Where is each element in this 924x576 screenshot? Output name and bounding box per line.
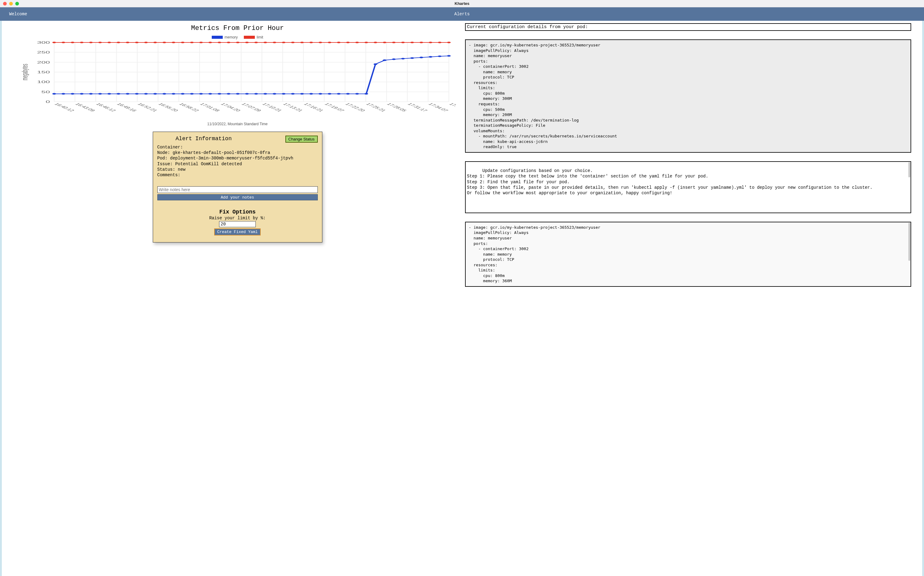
svg-point-123 xyxy=(272,42,276,43)
svg-point-65 xyxy=(144,93,148,95)
alert-issue-label: Issue: xyxy=(157,162,173,166)
change-status-button[interactable]: Change Status xyxy=(285,136,318,142)
window-close-icon[interactable] xyxy=(3,2,7,5)
svg-point-80 xyxy=(282,93,285,95)
svg-text:200: 200 xyxy=(37,61,50,64)
svg-point-95 xyxy=(420,57,423,58)
svg-point-109 xyxy=(144,42,148,43)
window-zoom-icon[interactable] xyxy=(15,2,19,5)
svg-point-72 xyxy=(208,93,212,95)
raise-limit-input[interactable] xyxy=(219,221,256,227)
svg-point-94 xyxy=(410,57,414,59)
svg-text:17:01:08: 17:01:08 xyxy=(199,102,221,112)
svg-point-89 xyxy=(365,93,368,95)
svg-point-85 xyxy=(328,93,331,95)
svg-text:250: 250 xyxy=(37,50,50,54)
alert-pod-value: deployment-3min-300mb-memoryuser-f5fcd55… xyxy=(170,156,293,161)
svg-point-138 xyxy=(410,42,414,43)
svg-point-129 xyxy=(328,42,331,43)
svg-point-76 xyxy=(245,93,249,95)
svg-point-70 xyxy=(190,93,194,95)
notes-input[interactable] xyxy=(157,186,318,193)
svg-point-137 xyxy=(401,42,405,43)
svg-point-60 xyxy=(98,93,102,95)
svg-point-140 xyxy=(429,42,432,43)
instructions-box[interactable]: Update configurations based on your choi… xyxy=(465,161,911,213)
chart-title: Metrics From Prior Hour xyxy=(19,24,456,32)
svg-point-74 xyxy=(227,93,231,95)
alert-issue-value: Potential OomKill detected xyxy=(175,162,242,166)
svg-point-126 xyxy=(300,42,304,43)
svg-point-91 xyxy=(383,59,386,61)
svg-point-97 xyxy=(438,56,442,57)
alert-pod-label: Pod: xyxy=(157,156,168,161)
svg-point-79 xyxy=(272,93,276,95)
fix-options-label: Raise your limit by %: xyxy=(157,216,318,221)
svg-point-86 xyxy=(337,93,341,95)
alert-node-label: Node: xyxy=(157,150,170,155)
svg-point-87 xyxy=(346,93,350,95)
svg-text:50: 50 xyxy=(41,90,50,94)
svg-text:16:55:20: 16:55:20 xyxy=(157,102,180,112)
nav-link-welcome[interactable]: Welcome xyxy=(9,11,27,16)
svg-point-112 xyxy=(172,42,175,43)
create-fixed-yaml-button[interactable]: Create Fixed Yaml xyxy=(214,229,261,235)
legend-item-memory[interactable]: memory xyxy=(212,35,238,39)
legend-item-limit[interactable]: limit xyxy=(244,35,263,39)
svg-point-57 xyxy=(70,93,74,95)
scrollbar-thumb-icon[interactable] xyxy=(908,222,910,261)
scrollbar-thumb-icon[interactable] xyxy=(908,162,910,178)
svg-point-124 xyxy=(282,42,285,43)
svg-point-116 xyxy=(208,42,212,43)
alert-title: Alert Information xyxy=(176,136,232,142)
svg-text:150: 150 xyxy=(37,70,50,74)
svg-point-69 xyxy=(181,93,184,95)
svg-point-106 xyxy=(117,42,120,43)
alert-status-value: new xyxy=(178,167,186,172)
window-minimize-icon[interactable] xyxy=(9,2,13,5)
svg-point-142 xyxy=(447,42,451,43)
chart-legend: memory limit xyxy=(19,35,456,39)
svg-point-78 xyxy=(263,93,267,95)
svg-point-111 xyxy=(163,42,166,43)
svg-text:17:07:09: 17:07:09 xyxy=(240,102,263,112)
current-config-yaml[interactable]: - image: gcr.io/my-kubernetes-project-36… xyxy=(465,39,911,153)
svg-point-107 xyxy=(126,42,130,43)
legend-swatch-memory xyxy=(212,36,223,39)
svg-text:17:37:16: 17:37:16 xyxy=(448,102,456,112)
config-title: Current configuration details from your … xyxy=(465,23,911,31)
svg-text:17:16:21: 17:16:21 xyxy=(303,102,325,112)
svg-point-93 xyxy=(401,58,405,59)
svg-text:17:34:07: 17:34:07 xyxy=(427,102,450,112)
svg-point-134 xyxy=(374,42,377,43)
svg-point-66 xyxy=(154,93,157,95)
fixed-config-yaml[interactable]: - image: gcr.io/my-kubernetes-project-36… xyxy=(465,222,911,287)
svg-text:16:52:21: 16:52:21 xyxy=(136,102,159,112)
svg-point-56 xyxy=(61,93,65,95)
svg-point-121 xyxy=(254,42,258,43)
svg-point-105 xyxy=(107,42,111,43)
svg-point-90 xyxy=(374,64,377,65)
svg-point-82 xyxy=(300,93,304,95)
svg-point-59 xyxy=(89,93,93,95)
chart-caption: 11/10/2022, Mountain Standard Time xyxy=(19,122,456,126)
alert-panel: Alert Information Change Status Containe… xyxy=(153,132,322,243)
nav-link-alerts[interactable]: Alerts xyxy=(454,11,470,16)
svg-point-77 xyxy=(254,93,258,95)
svg-point-68 xyxy=(172,93,175,95)
svg-point-133 xyxy=(365,42,368,43)
alert-info: Container: Node: gke-khartes-default-poo… xyxy=(157,144,318,178)
svg-point-84 xyxy=(319,93,322,95)
svg-point-61 xyxy=(107,93,111,95)
svg-point-81 xyxy=(291,93,295,95)
svg-text:16:58:22: 16:58:22 xyxy=(178,102,200,112)
svg-text:17:22:20: 17:22:20 xyxy=(344,102,366,112)
svg-text:17:10:21: 17:10:21 xyxy=(261,102,283,112)
svg-point-130 xyxy=(337,42,341,43)
svg-point-120 xyxy=(245,42,249,43)
svg-point-102 xyxy=(80,42,83,43)
svg-point-132 xyxy=(356,42,359,43)
add-notes-button[interactable]: Add your notes xyxy=(157,194,318,200)
svg-point-99 xyxy=(52,42,56,43)
navbar: Welcome Alerts xyxy=(0,7,924,21)
